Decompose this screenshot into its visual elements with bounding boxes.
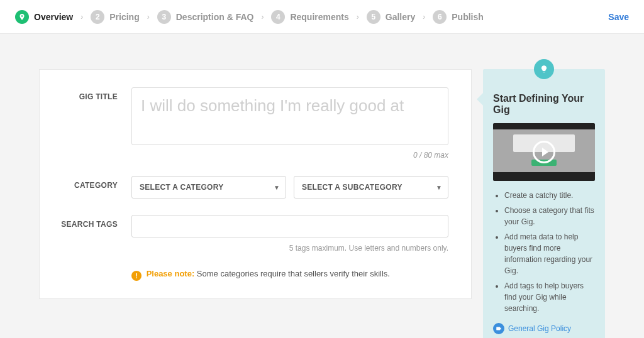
gig-title-label: GIG TITLE: [57, 87, 131, 160]
step-label: Gallery: [386, 12, 415, 22]
step-number: 4: [271, 10, 285, 24]
step-description-faq[interactable]: 3 Description & FAQ: [157, 10, 254, 24]
help-panel: Start Defining Your Gig Create a catchy …: [483, 69, 605, 338]
subcategory-select[interactable]: SELECT A SUBCATEGORY: [294, 176, 448, 199]
step-label: Publish: [452, 12, 484, 22]
step-overview[interactable]: Overview: [15, 10, 73, 24]
overview-form-card: GIG TITLE 0 / 80 max CATEGORY SELECT A C…: [39, 69, 472, 299]
gig-title-counter: 0 / 80 max: [131, 151, 448, 160]
help-tip: Choose a category that fits your Gig.: [504, 205, 595, 227]
policy-link-label: General Gig Policy: [508, 324, 571, 333]
category-select[interactable]: SELECT A CATEGORY: [131, 176, 286, 199]
note-text: Some categories require that sellers ver…: [197, 269, 390, 278]
step-label: Pricing: [109, 12, 139, 22]
chevron-right-icon: ›: [419, 13, 429, 21]
help-title: Start Defining Your Gig: [493, 93, 595, 116]
svg-point-0: [21, 15, 23, 17]
step-number: 2: [91, 10, 104, 24]
step-active-icon: [15, 10, 29, 24]
step-publish[interactable]: 6 Publish: [433, 10, 484, 24]
help-tip: Add tags to help buyers find your Gig wh…: [504, 280, 595, 314]
note-prefix: Please note:: [147, 269, 195, 278]
warning-icon: !: [131, 271, 142, 281]
search-tags-label: SEARCH TAGS: [57, 215, 131, 281]
help-tip: Add meta data to help buyers find more i…: [504, 231, 595, 276]
play-icon: [533, 141, 555, 163]
category-label: CATEGORY: [57, 176, 131, 199]
step-pricing[interactable]: 2 Pricing: [91, 10, 139, 24]
verify-skills-note: ! Please note: Some categories require t…: [131, 269, 448, 281]
help-tip: Create a catchy title.: [504, 190, 595, 201]
step-number: 5: [367, 10, 380, 24]
chevron-right-icon: ›: [77, 13, 87, 21]
wizard-progress: Overview › 2 Pricing › 3 Description & F…: [0, 0, 644, 34]
help-tips-list: Create a catchy title. Choose a category…: [493, 190, 595, 314]
step-requirements[interactable]: 4 Requirements: [271, 10, 348, 24]
search-tags-hint: 5 tags maximum. Use letters and numbers …: [131, 244, 448, 253]
chevron-right-icon: ›: [143, 13, 153, 21]
step-number: 6: [433, 10, 447, 24]
save-link[interactable]: Save: [608, 12, 629, 22]
step-label: Description & FAQ: [176, 12, 254, 22]
gig-title-input[interactable]: [131, 87, 448, 145]
help-video-thumbnail[interactable]: [493, 123, 595, 181]
search-tags-input[interactable]: [131, 215, 448, 237]
general-gig-policy-link[interactable]: General Gig Policy: [493, 323, 595, 334]
location-pin-icon: [18, 13, 26, 21]
step-gallery[interactable]: 5 Gallery: [367, 10, 415, 24]
lightbulb-icon: [534, 59, 554, 79]
step-number: 3: [157, 10, 171, 24]
video-camera-icon: [493, 323, 504, 334]
wizard-steps: Overview › 2 Pricing › 3 Description & F…: [15, 10, 484, 24]
chevron-right-icon: ›: [353, 13, 363, 21]
chevron-right-icon: ›: [257, 13, 267, 21]
step-label: Overview: [34, 12, 73, 22]
step-label: Requirements: [290, 12, 348, 22]
